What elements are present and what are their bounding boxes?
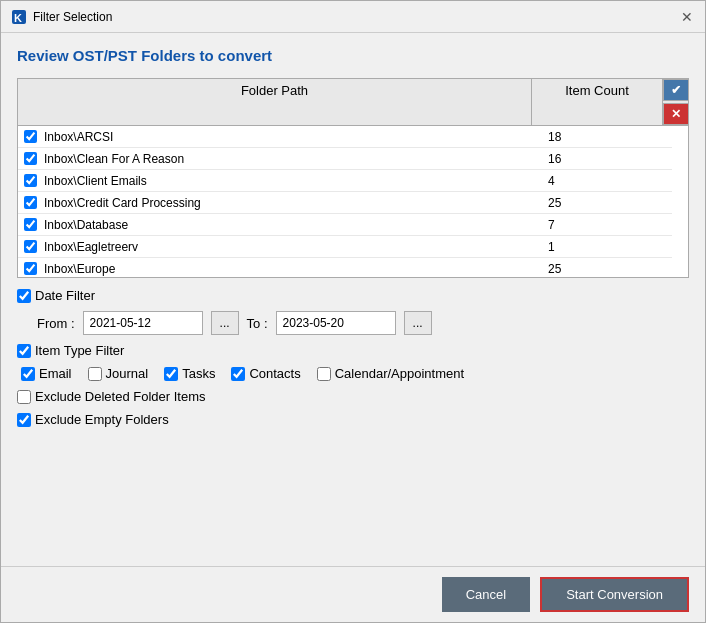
table-row: Inbox\Clean For A Reason16 bbox=[18, 148, 672, 170]
from-label: From : bbox=[37, 316, 75, 331]
folder-table: Folder Path Item Count ✔ ✕ Inbox\ARCSI18… bbox=[17, 78, 689, 278]
table-row: Inbox\Client Emails4 bbox=[18, 170, 672, 192]
exclude-deleted-checkbox[interactable] bbox=[17, 390, 31, 404]
table-body[interactable]: Inbox\ARCSI18Inbox\Clean For A Reason16I… bbox=[18, 126, 672, 277]
tasks-check-text: Tasks bbox=[182, 366, 215, 381]
folder-path-label: Inbox\ARCSI bbox=[44, 130, 113, 144]
folder-path-cell: Inbox\Database bbox=[18, 216, 542, 234]
table-row: Inbox\Database7 bbox=[18, 214, 672, 236]
tasks-check-label[interactable]: Tasks bbox=[164, 366, 215, 381]
row-checkbox[interactable] bbox=[24, 152, 37, 165]
folder-path-label: Inbox\Europe bbox=[44, 262, 115, 276]
item-count-cell: 4 bbox=[542, 172, 672, 190]
titlebar-title: Filter Selection bbox=[33, 10, 112, 24]
col-header-path: Folder Path bbox=[18, 79, 532, 125]
row-checkbox[interactable] bbox=[24, 240, 37, 253]
exclude-empty-text: Exclude Empty Folders bbox=[35, 412, 169, 427]
item-type-filter-text: Item Type Filter bbox=[35, 343, 124, 358]
contacts-check-text: Contacts bbox=[249, 366, 300, 381]
date-range-row: From : ... To : ... bbox=[37, 311, 689, 335]
table-row: Inbox\Credit Card Processing25 bbox=[18, 192, 672, 214]
deselect-all-button[interactable]: ✕ bbox=[663, 103, 689, 125]
table-row: Inbox\ARCSI18 bbox=[18, 126, 672, 148]
folder-path-cell: Inbox\ARCSI bbox=[18, 128, 542, 146]
table-header: Folder Path Item Count ✔ ✕ bbox=[18, 79, 688, 126]
exclude-empty-checkbox[interactable] bbox=[17, 413, 31, 427]
item-type-options: EmailJournalTasksContactsCalendar/Appoin… bbox=[21, 366, 689, 381]
table-row: Inbox\Eagletreerv1 bbox=[18, 236, 672, 258]
exclude-empty-label[interactable]: Exclude Empty Folders bbox=[17, 412, 689, 427]
item-type-filter-label[interactable]: Item Type Filter bbox=[17, 343, 689, 358]
exclude-empty-row: Exclude Empty Folders bbox=[17, 412, 689, 427]
exclude-deleted-label[interactable]: Exclude Deleted Folder Items bbox=[17, 389, 689, 404]
folder-path-label: Inbox\Credit Card Processing bbox=[44, 196, 201, 210]
calendar-check-text: Calendar/Appointment bbox=[335, 366, 464, 381]
item-count-cell: 18 bbox=[542, 128, 672, 146]
svg-text:K: K bbox=[14, 12, 22, 24]
row-checkbox[interactable] bbox=[24, 130, 37, 143]
item-type-filter-row: Item Type Filter bbox=[17, 343, 689, 358]
folder-path-cell: Inbox\Clean For A Reason bbox=[18, 150, 542, 168]
section-title: Review OST/PST Folders to convert bbox=[17, 47, 689, 64]
from-date-browse-button[interactable]: ... bbox=[211, 311, 239, 335]
item-count-cell: 25 bbox=[542, 260, 672, 278]
folder-path-cell: Inbox\Europe bbox=[18, 260, 542, 278]
titlebar-left: K Filter Selection bbox=[11, 9, 112, 25]
calendar-check[interactable] bbox=[317, 367, 331, 381]
content: Review OST/PST Folders to convert Folder… bbox=[1, 33, 705, 566]
email-check[interactable] bbox=[21, 367, 35, 381]
start-conversion-button[interactable]: Start Conversion bbox=[540, 577, 689, 612]
spacer bbox=[17, 437, 689, 556]
titlebar: K Filter Selection ✕ bbox=[1, 1, 705, 33]
item-count-cell: 16 bbox=[542, 150, 672, 168]
row-checkbox[interactable] bbox=[24, 262, 37, 275]
tasks-check[interactable] bbox=[164, 367, 178, 381]
select-all-button[interactable]: ✔ bbox=[663, 79, 689, 101]
date-filter-checkbox[interactable] bbox=[17, 289, 31, 303]
scrollbar-spacer bbox=[672, 126, 688, 277]
to-date-input[interactable] bbox=[276, 311, 396, 335]
date-filter-label[interactable]: Date Filter bbox=[17, 288, 689, 303]
folder-path-label: Inbox\Database bbox=[44, 218, 128, 232]
date-filter-row: Date Filter bbox=[17, 288, 689, 303]
item-count-cell: 25 bbox=[542, 194, 672, 212]
email-check-text: Email bbox=[39, 366, 72, 381]
row-checkbox[interactable] bbox=[24, 196, 37, 209]
item-count-cell: 1 bbox=[542, 238, 672, 256]
exclude-deleted-text: Exclude Deleted Folder Items bbox=[35, 389, 206, 404]
folder-path-cell: Inbox\Client Emails bbox=[18, 172, 542, 190]
cancel-button[interactable]: Cancel bbox=[442, 577, 530, 612]
filter-section: Date Filter From : ... To : ... Item Typ… bbox=[17, 288, 689, 427]
row-checkbox[interactable] bbox=[24, 174, 37, 187]
to-date-browse-button[interactable]: ... bbox=[404, 311, 432, 335]
dialog: K Filter Selection ✕ Review OST/PST Fold… bbox=[0, 0, 706, 623]
from-date-input[interactable] bbox=[83, 311, 203, 335]
date-filter-text: Date Filter bbox=[35, 288, 95, 303]
calendar-check-label[interactable]: Calendar/Appointment bbox=[317, 366, 464, 381]
email-check-label[interactable]: Email bbox=[21, 366, 72, 381]
folder-path-cell: Inbox\Credit Card Processing bbox=[18, 194, 542, 212]
app-icon: K bbox=[11, 9, 27, 25]
folder-path-cell: Inbox\Eagletreerv bbox=[18, 238, 542, 256]
to-label: To : bbox=[247, 316, 268, 331]
table-body-wrapper: Inbox\ARCSI18Inbox\Clean For A Reason16I… bbox=[18, 126, 688, 277]
item-type-filter-checkbox[interactable] bbox=[17, 344, 31, 358]
journal-check-text: Journal bbox=[106, 366, 149, 381]
action-col-header: ✔ ✕ bbox=[662, 79, 688, 125]
journal-check[interactable] bbox=[88, 367, 102, 381]
folder-path-label: Inbox\Eagletreerv bbox=[44, 240, 138, 254]
folder-path-label: Inbox\Client Emails bbox=[44, 174, 147, 188]
item-count-cell: 7 bbox=[542, 216, 672, 234]
row-checkbox[interactable] bbox=[24, 218, 37, 231]
journal-check-label[interactable]: Journal bbox=[88, 366, 149, 381]
footer: Cancel Start Conversion bbox=[1, 566, 705, 622]
table-row: Inbox\Europe25 bbox=[18, 258, 672, 277]
folder-path-label: Inbox\Clean For A Reason bbox=[44, 152, 184, 166]
col-header-count: Item Count bbox=[532, 79, 662, 125]
close-button[interactable]: ✕ bbox=[679, 10, 695, 24]
contacts-check[interactable] bbox=[231, 367, 245, 381]
exclude-deleted-row: Exclude Deleted Folder Items bbox=[17, 389, 689, 404]
contacts-check-label[interactable]: Contacts bbox=[231, 366, 300, 381]
